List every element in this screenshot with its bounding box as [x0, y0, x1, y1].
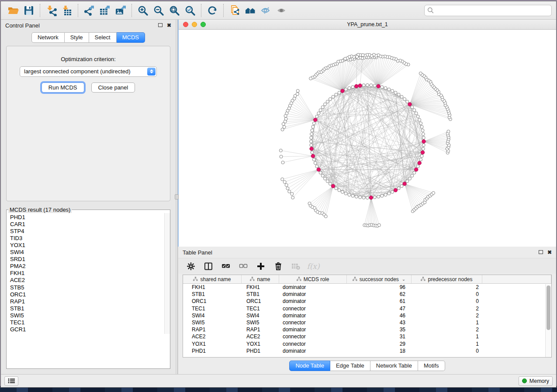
column-header-MCDS-role[interactable]: MCDS role — [279, 275, 347, 283]
mcds-result-list[interactable]: PHD1CAR1STP4TID3YOX1SWI4SRD1PMA2FKH1ACE2… — [7, 213, 170, 334]
hide-selected-icon[interactable] — [258, 3, 274, 17]
show-all-icon[interactable] — [274, 3, 290, 17]
mcds-result-item[interactable]: SWI5 — [10, 312, 166, 319]
mcds-result-item[interactable]: TID3 — [10, 235, 166, 242]
table-cell[interactable]: ORC1 — [242, 298, 279, 305]
float-panel-icon[interactable] — [158, 23, 163, 28]
open-icon[interactable] — [5, 3, 21, 17]
splitter-grip[interactable] — [175, 194, 179, 199]
mcds-list-scrollbar[interactable] — [164, 213, 170, 334]
table-cell[interactable]: FKH1 — [242, 284, 279, 291]
mcds-result-item[interactable]: STB1 — [10, 305, 166, 312]
mcds-result-item[interactable]: STB5 — [10, 284, 166, 291]
table-cell[interactable]: YOX1 — [242, 340, 279, 347]
table-row[interactable]: YOX1YOX1connector291 — [183, 340, 551, 347]
export-table-icon[interactable] — [97, 3, 113, 17]
table-cell[interactable]: PHD1 — [242, 347, 279, 354]
table-cell[interactable]: 46 — [347, 312, 412, 319]
table-cell[interactable]: dominator — [279, 326, 347, 333]
table-cell[interactable]: dominator — [279, 298, 347, 305]
column-header-successor-nodes[interactable]: successor nodes⌄ — [347, 275, 412, 283]
table-row[interactable]: PHD1PHD1dominator180 — [183, 347, 551, 354]
tab-style[interactable]: Style — [65, 32, 89, 43]
panel-splitter[interactable] — [176, 20, 178, 374]
deselect-all-icon[interactable] — [237, 261, 250, 272]
table-cell[interactable]: 43 — [347, 319, 412, 326]
table-cell[interactable]: dominator — [279, 347, 347, 354]
mcds-result-item[interactable]: YOX1 — [10, 242, 166, 249]
table-cell[interactable]: 1 — [412, 333, 482, 340]
import-network-icon[interactable] — [43, 3, 59, 17]
table-cell[interactable]: connector — [279, 305, 347, 312]
table-tab-node-table[interactable]: Node Table — [289, 361, 330, 371]
table-cell[interactable]: STB1 — [183, 291, 242, 298]
table-cell[interactable]: connector — [279, 333, 347, 340]
close-table-panel-icon[interactable]: ✖ — [547, 250, 552, 255]
table-cell[interactable]: RAP1 — [242, 326, 279, 333]
table-cell[interactable]: 0 — [412, 298, 482, 305]
table-tab-network-table[interactable]: Network Table — [370, 361, 418, 371]
table-scrollbar[interactable] — [545, 284, 551, 357]
save-icon[interactable] — [21, 3, 37, 17]
mcds-result-item[interactable]: PHD1 — [10, 214, 166, 221]
table-tab-motifs[interactable]: Motifs — [418, 361, 445, 371]
table-row[interactable]: RAP1RAP1dominator352 — [183, 326, 551, 333]
import-table-icon[interactable] — [59, 3, 75, 17]
column-header-name[interactable]: name — [242, 275, 279, 283]
table-cell[interactable]: 62 — [347, 291, 412, 298]
table-cell[interactable]: 1 — [412, 340, 482, 347]
mcds-result-item[interactable]: FKH1 — [10, 270, 166, 277]
table-row[interactable]: ACE2ACE2connector311 — [183, 333, 551, 340]
table-cell[interactable]: 2 — [412, 326, 482, 333]
mcds-result-item[interactable]: RAP1 — [10, 298, 166, 305]
table-cell[interactable]: TEC1 — [183, 305, 242, 312]
table-row[interactable]: TEC1TEC1connector472 — [183, 305, 551, 312]
add-column-icon[interactable] — [254, 261, 267, 272]
table-tab-edge-table[interactable]: Edge Table — [330, 361, 370, 371]
table-cell[interactable]: TEC1 — [242, 305, 279, 312]
table-cell[interactable]: 2 — [412, 305, 482, 312]
table-cell[interactable]: ACE2 — [183, 333, 242, 340]
table-cell[interactable]: dominator — [279, 291, 347, 298]
table-cell[interactable]: 0 — [412, 347, 482, 354]
table-cell[interactable]: dominator — [279, 312, 347, 319]
mcds-result-item[interactable]: ACE2 — [10, 277, 166, 284]
network-canvas[interactable] — [179, 30, 556, 247]
mcds-result-item[interactable]: GCR1 — [10, 326, 166, 333]
mcds-result-item[interactable]: STP4 — [10, 228, 166, 235]
select-all-icon[interactable] — [219, 261, 232, 272]
zoom-fit-icon[interactable] — [166, 3, 182, 17]
export-network-icon[interactable] — [81, 3, 97, 17]
table-cell[interactable]: 47 — [347, 305, 412, 312]
table-cell[interactable]: SWI4 — [242, 312, 279, 319]
zoom-in-icon[interactable] — [135, 3, 151, 17]
optimization-criterion-select[interactable]: largest connected component (undirected) — [20, 66, 157, 77]
first-neighbors-icon[interactable] — [242, 3, 258, 17]
memory-button[interactable]: Memory — [519, 376, 553, 386]
table-row[interactable]: FKH1FKH1dominator962 — [183, 284, 551, 291]
table-cell[interactable]: 96 — [347, 284, 412, 291]
zoom-selected-icon[interactable] — [182, 3, 198, 17]
tab-select[interactable]: Select — [89, 32, 117, 43]
table-row[interactable]: STB1STB1dominator620 — [183, 291, 551, 298]
mcds-result-item[interactable]: SWI4 — [10, 249, 166, 256]
tab-network[interactable]: Network — [31, 32, 65, 43]
table-cell[interactable]: YOX1 — [183, 340, 242, 347]
gear-icon[interactable] — [184, 261, 197, 272]
tab-mcds[interactable]: MCDS — [117, 32, 145, 43]
network-graph[interactable] — [179, 30, 556, 247]
table-cell[interactable]: ORC1 — [183, 298, 242, 305]
table-cell[interactable]: 2 — [412, 312, 482, 319]
table-cell[interactable]: dominator — [279, 284, 347, 291]
table-scrollbar-thumb[interactable] — [547, 285, 550, 330]
export-image-icon[interactable] — [113, 3, 128, 17]
table-row[interactable]: SWI5SWI5connector431 — [183, 319, 551, 326]
table-cell[interactable]: FKH1 — [183, 284, 242, 291]
table-cell[interactable]: connector — [279, 340, 347, 347]
maximize-window-icon[interactable] — [201, 22, 206, 27]
table-cell[interactable]: 29 — [347, 340, 412, 347]
table-cell[interactable]: connector — [279, 319, 347, 326]
column-header-shared-name[interactable]: shared name — [183, 275, 242, 283]
table-cell[interactable]: 18 — [347, 347, 412, 354]
table-cell[interactable]: STB1 — [242, 291, 279, 298]
